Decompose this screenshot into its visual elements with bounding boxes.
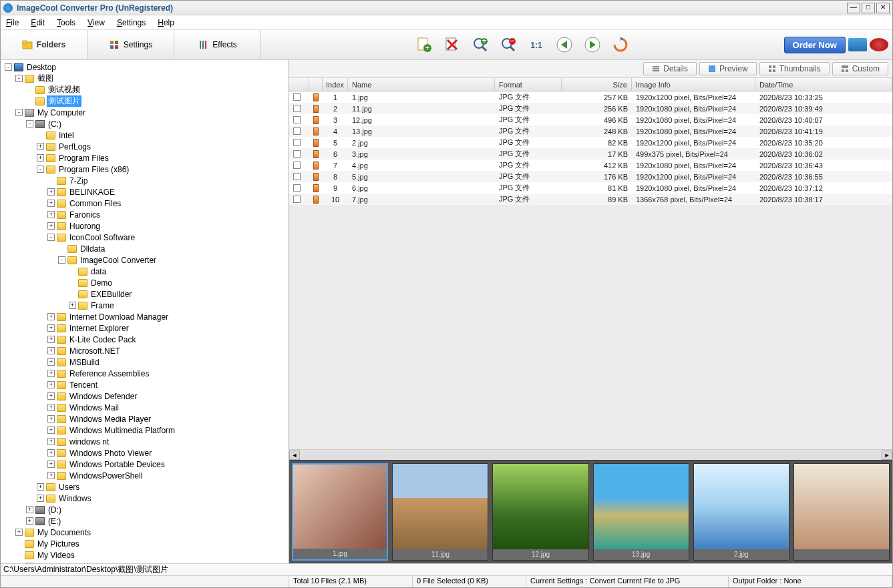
tree-node[interactable]: +Frame	[2, 300, 287, 311]
tree-toggle-icon[interactable]: +	[26, 506, 33, 513]
tree-toggle-icon[interactable]: +	[47, 347, 55, 354]
tree-node[interactable]: -Program Files (x86)	[2, 164, 287, 175]
menu-file[interactable]: File	[6, 18, 19, 27]
view-tab-custom[interactable]: Custom	[832, 62, 888, 75]
tree-toggle-icon[interactable]: +	[47, 313, 55, 320]
tree-node[interactable]: -(C:)	[2, 118, 287, 129]
tree-toggle-icon[interactable]: +	[47, 358, 55, 366]
tree-toggle-icon[interactable]: +	[47, 381, 55, 388]
view-tab-thumbnails[interactable]: Thumbnails	[759, 62, 830, 75]
tree-toggle-icon[interactable]: -	[47, 234, 55, 241]
tree-node[interactable]: -IconCool Software	[2, 232, 287, 243]
tree-toggle-icon[interactable]: -	[37, 166, 44, 173]
row-checkbox[interactable]	[293, 173, 301, 180]
tree-node[interactable]: +Internet Download Manager	[2, 311, 287, 322]
tree-toggle-icon[interactable]: +	[47, 200, 55, 207]
row-checkbox[interactable]	[293, 150, 301, 158]
tree-node[interactable]: -My Computer	[2, 107, 287, 118]
tree-node[interactable]: +Windows Multimedia Platform	[2, 424, 287, 436]
tree-node[interactable]: +K-Lite Codec Pack	[2, 334, 287, 345]
tree-node[interactable]: +Program Files	[2, 152, 287, 164]
zoom-1-1-icon[interactable]: 1:1	[527, 35, 546, 54]
tree-toggle-icon[interactable]: +	[47, 188, 55, 196]
tab-folders[interactable]: Folders	[1, 30, 87, 59]
tree-node[interactable]: Dlldata	[2, 243, 287, 254]
row-checkbox[interactable]	[293, 105, 301, 112]
tree-node[interactable]: +Windows Mail	[2, 402, 287, 413]
tree-node[interactable]: +windows nt	[2, 436, 287, 447]
thumbnail[interactable]: 12.jpg	[492, 463, 588, 561]
file-row[interactable]: 52.jpgJPG 文件82 KB1920x1200 pixel, Bits/P…	[289, 137, 892, 148]
tree-node[interactable]: +Windows Photo Viewer	[2, 447, 287, 459]
tree-toggle-icon[interactable]: -	[58, 256, 65, 264]
file-row[interactable]: 96.jpgJPG 文件81 KB1920x1080 pixel, Bits/P…	[289, 182, 892, 194]
tree-toggle-icon[interactable]: +	[47, 222, 55, 230]
tree-toggle-icon[interactable]: +	[47, 211, 55, 218]
tree-node[interactable]: +Windows Defender	[2, 390, 287, 402]
tree-node[interactable]: Intel	[2, 129, 287, 141]
column-header[interactable]: Index	[323, 78, 348, 91]
zoom-out-icon[interactable]: −	[499, 35, 518, 54]
tree-node[interactable]: +BELINKAGE	[2, 186, 287, 198]
tab-settings[interactable]: Settings	[87, 30, 174, 59]
tab-effects[interactable]: Effects	[174, 30, 261, 59]
tree-toggle-icon[interactable]: +	[47, 324, 55, 332]
view-tab-preview[interactable]: Preview	[699, 62, 757, 75]
tree-node[interactable]: +Common Files	[2, 198, 287, 209]
tree-node[interactable]: Demo	[2, 277, 287, 288]
tree-toggle-icon[interactable]: +	[47, 461, 55, 468]
tree-node[interactable]: data	[2, 266, 287, 277]
scroll-left-icon[interactable]: ◄	[289, 451, 300, 460]
tree-node[interactable]: My Videos	[2, 549, 287, 561]
next-icon[interactable]	[583, 35, 602, 54]
tree-toggle-icon[interactable]: -	[15, 75, 23, 82]
tree-node[interactable]: EXEBuilder	[2, 288, 287, 300]
tree-toggle-icon[interactable]: -	[26, 120, 33, 127]
tree-toggle-icon[interactable]: +	[37, 154, 44, 162]
tree-node[interactable]: My Pictures	[2, 538, 287, 549]
column-header[interactable]	[309, 78, 323, 91]
prev-icon[interactable]	[555, 35, 574, 54]
tree-toggle-icon[interactable]: +	[69, 302, 76, 309]
scroll-track[interactable]	[300, 451, 882, 460]
tree-node[interactable]: 测试图片	[2, 95, 287, 107]
maximize-button[interactable]: □	[862, 3, 875, 13]
tree-node[interactable]: +Windows Portable Devices	[2, 459, 287, 470]
tree-node[interactable]: -截图	[2, 73, 287, 84]
minimize-button[interactable]: —	[847, 3, 860, 13]
tree-node[interactable]: +Tencent	[2, 379, 287, 390]
order-now-button[interactable]: Order Now	[784, 37, 846, 53]
column-header[interactable]: Image Info	[632, 78, 755, 91]
tree-node[interactable]: +Windows	[2, 493, 287, 504]
tree-node[interactable]: +Windows Media Player	[2, 413, 287, 424]
tree-node[interactable]: +WindowsPowerShell	[2, 470, 287, 481]
column-header[interactable]	[289, 78, 309, 91]
tree-toggle-icon[interactable]: +	[47, 336, 55, 343]
tree-toggle-icon[interactable]: +	[26, 517, 33, 525]
tree-toggle-icon[interactable]: -	[5, 63, 12, 71]
thumbnail[interactable]: 2.jpg	[693, 463, 789, 561]
tree-toggle-icon[interactable]: +	[47, 438, 55, 445]
tree-toggle-icon[interactable]: +	[47, 370, 55, 377]
tree-toggle-icon[interactable]: +	[47, 472, 55, 479]
row-checkbox[interactable]	[293, 196, 301, 203]
file-row[interactable]: 107.jpgJPG 文件89 KB1366x768 pixel, Bits/P…	[289, 194, 892, 205]
row-checkbox[interactable]	[293, 162, 301, 169]
view-tab-details[interactable]: Details	[643, 62, 697, 75]
thumbnail[interactable]: 13.jpg	[593, 463, 689, 561]
row-checkbox[interactable]	[293, 184, 301, 192]
file-row[interactable]: 11.jpgJPG 文件257 KB1920x1200 pixel, Bits/…	[289, 91, 892, 103]
file-row[interactable]: 312.jpgJPG 文件496 KB1920x1080 pixel, Bits…	[289, 114, 892, 125]
zoom-in-icon[interactable]: +	[471, 35, 490, 54]
file-row[interactable]: 211.jpgJPG 文件256 KB1920x1080 pixel, Bits…	[289, 103, 892, 114]
column-header[interactable]: Date/Time	[755, 78, 892, 91]
folder-tree[interactable]: -Desktop-截图测试视频测试图片-My Computer-(C:)Inte…	[1, 60, 289, 563]
row-checkbox[interactable]	[293, 139, 301, 146]
tree-node[interactable]: +Faronics	[2, 209, 287, 220]
tree-toggle-icon[interactable]: -	[15, 109, 23, 116]
row-checkbox[interactable]	[293, 116, 301, 123]
menu-help[interactable]: Help	[158, 18, 174, 27]
tree-node[interactable]: +Microsoft.NET	[2, 345, 287, 356]
tree-node[interactable]: +(E:)	[2, 515, 287, 527]
tree-toggle-icon[interactable]: +	[37, 143, 44, 150]
